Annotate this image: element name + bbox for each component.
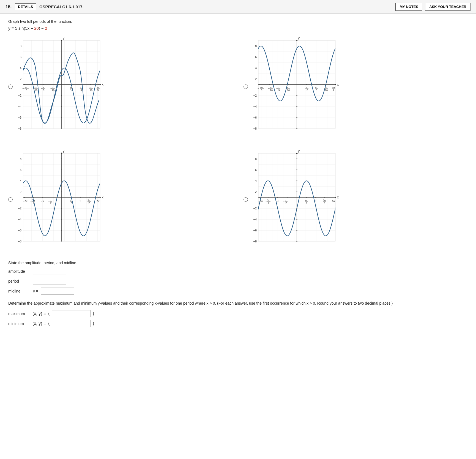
svg-text:−2: −2 — [253, 207, 257, 210]
svg-marker-65 — [296, 40, 298, 41]
svg-text:−2π: −2π — [258, 200, 263, 203]
graph-svg-4: 8 6 4 2 −2 −4 −6 −8 — [250, 148, 341, 252]
svg-text:π: π — [50, 199, 51, 202]
graph-curve-1 — [15, 35, 106, 140]
determine-section: Determine the approximate maximum and mi… — [8, 300, 468, 327]
svg-text:2π: 2π — [332, 86, 335, 89]
svg-text:−π: −π — [276, 200, 279, 203]
state-fields: amplitude period midline y = — [8, 268, 468, 295]
midline-input[interactable] — [41, 288, 74, 295]
problem-id: OSPRECALC1 6.1.017. — [39, 4, 84, 9]
svg-text:y: y — [298, 36, 300, 40]
svg-text:π: π — [305, 86, 307, 89]
svg-text:2π: 2π — [260, 86, 263, 89]
svg-text:π: π — [70, 199, 72, 202]
svg-marker-174 — [335, 196, 336, 198]
instruction-text: Graph two full periods of the function. — [8, 19, 468, 24]
state-section: State the amplitude, period, and midline… — [8, 261, 468, 295]
svg-text:8: 8 — [255, 157, 257, 160]
svg-text:2: 2 — [268, 202, 269, 204]
svg-text:−: − — [258, 87, 259, 90]
top-left: 16. DETAILS OSPRECALC1 6.1.017. — [6, 3, 84, 10]
period-input[interactable] — [33, 278, 66, 285]
equation-prefix: y = 5 sin(5x + — [8, 26, 34, 31]
graph-item-1: 8 6 4 2 −2 −4 −6 −8 — [8, 35, 232, 140]
svg-text:2: 2 — [285, 202, 287, 204]
svg-text:−4: −4 — [253, 218, 257, 221]
svg-text:−: − — [30, 200, 32, 203]
svg-text:4: 4 — [255, 179, 257, 182]
equation: y = 5 sin(5x + 20) − 2 — [8, 26, 468, 31]
svg-text:2: 2 — [324, 202, 325, 204]
minimum-row: minimum (x, y) = ( ) — [8, 320, 468, 327]
svg-text:π: π — [287, 86, 289, 89]
radio-graph-3[interactable] — [8, 197, 13, 202]
svg-text:x: x — [337, 195, 339, 199]
minimum-label: minimum — [8, 321, 30, 326]
radio-graph-2[interactable] — [244, 84, 248, 89]
svg-text:3π: 3π — [267, 199, 270, 202]
equation-minus2: 2 — [45, 26, 47, 31]
amplitude-row: amplitude — [8, 268, 468, 275]
svg-text:3π: 3π — [269, 86, 272, 89]
minimum-prefix: (x, y) = — [32, 321, 46, 326]
svg-text:10: 10 — [305, 89, 308, 92]
svg-text:5: 5 — [332, 89, 334, 92]
period-label: period — [8, 279, 30, 283]
svg-text:10: 10 — [270, 89, 273, 92]
main-content: Graph two full periods of the function. … — [0, 14, 476, 338]
svg-text:2: 2 — [50, 202, 51, 204]
graph-container-1: 8 6 4 2 −2 −4 −6 −8 — [15, 35, 106, 140]
amplitude-input[interactable] — [33, 268, 66, 275]
svg-text:5: 5 — [316, 89, 317, 92]
svg-text:−6: −6 — [253, 116, 257, 119]
svg-text:2: 2 — [306, 202, 307, 204]
svg-text:6: 6 — [255, 168, 257, 171]
svg-text:−8: −8 — [18, 240, 21, 243]
svg-text:−4: −4 — [253, 105, 257, 108]
svg-text:x: x — [337, 83, 339, 86]
svg-text:2: 2 — [255, 190, 257, 193]
minimum-input[interactable] — [52, 320, 91, 327]
state-title: State the amplitude, period, and midline… — [8, 261, 468, 265]
maximum-row: maximum (x, y) = ( ) — [8, 310, 468, 317]
amplitude-label: amplitude — [8, 269, 30, 274]
maximum-input[interactable] — [52, 310, 91, 317]
svg-text:−: − — [283, 200, 284, 203]
details-button[interactable]: DETAILS — [15, 3, 36, 10]
svg-text:y: y — [298, 149, 300, 153]
svg-marker-175 — [296, 152, 298, 154]
svg-marker-124 — [100, 196, 101, 198]
svg-text:−8: −8 — [253, 127, 257, 130]
graph-container-3: 8 6 4 2 −2 −4 −6 −8 — [15, 148, 106, 252]
svg-text:−: − — [266, 200, 267, 203]
svg-text:π: π — [278, 86, 279, 89]
graph-container-4: 8 6 4 2 −2 −4 −6 −8 — [250, 148, 341, 252]
svg-text:−: − — [48, 200, 49, 203]
bottom-divider — [8, 333, 468, 333]
svg-text:−8: −8 — [253, 240, 257, 243]
graph-svg-2: 8 6 4 2 −2 −4 −6 −8 — [250, 35, 341, 140]
radio-graph-1[interactable] — [8, 84, 13, 89]
midline-prefix: y = — [33, 289, 38, 293]
radio-graph-4[interactable] — [244, 197, 248, 202]
minimum-paren-open: ( — [48, 321, 50, 326]
svg-text:2π: 2π — [332, 200, 335, 203]
svg-text:−6: −6 — [253, 229, 257, 232]
problem-number: 16. — [6, 4, 12, 9]
svg-text:−2: −2 — [18, 207, 21, 210]
top-bar: 16. DETAILS OSPRECALC1 6.1.017. MY NOTES… — [0, 0, 476, 14]
my-notes-button[interactable]: MY NOTES — [395, 3, 422, 11]
graph-container-2: 8 6 4 2 −2 −4 −6 −8 — [250, 35, 341, 140]
svg-text:π: π — [80, 200, 81, 203]
ask-teacher-button[interactable]: ASK YOUR TEACHER — [425, 3, 470, 11]
svg-text:4: 4 — [20, 179, 21, 182]
graph-item-2: 8 6 4 2 −2 −4 −6 −8 — [244, 35, 468, 140]
svg-text:x: x — [102, 195, 103, 199]
midline-row: midline y = — [8, 288, 468, 295]
maximum-label: maximum — [8, 312, 30, 316]
svg-text:π: π — [305, 199, 307, 202]
svg-text:3: 3 — [278, 89, 280, 92]
svg-text:2: 2 — [255, 77, 257, 81]
svg-text:2: 2 — [70, 202, 72, 204]
